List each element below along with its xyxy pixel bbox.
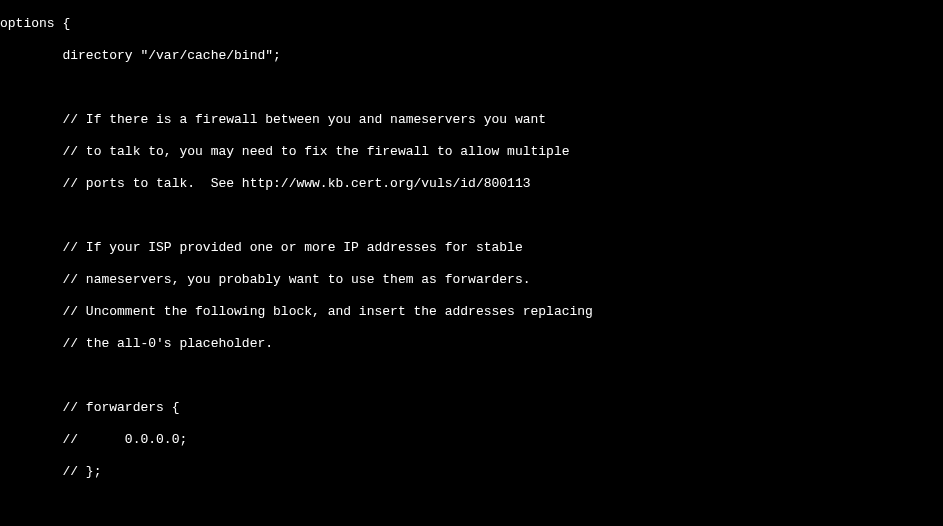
line-text: directory "/var/cache/bind"; — [62, 48, 280, 63]
comment-line: // }; — [0, 464, 943, 480]
blank-line — [0, 496, 943, 512]
comment-line: // forwarders { — [0, 400, 943, 416]
config-line: options { — [0, 16, 943, 32]
line-text: options { — [0, 16, 70, 31]
line-text: // forwarders { — [62, 400, 179, 415]
blank-line — [0, 208, 943, 224]
line-text: // If there is a firewall between you an… — [62, 112, 546, 127]
line-text: // nameservers, you probably want to use… — [62, 272, 530, 287]
comment-line: // nameservers, you probably want to use… — [0, 272, 943, 288]
blank-line — [0, 368, 943, 384]
line-text: // the all-0's placeholder. — [62, 336, 273, 351]
line-text: // }; — [62, 464, 101, 479]
line-text: // 0.0.0.0; — [62, 432, 187, 447]
line-text: // Uncomment the following block, and in… — [62, 304, 593, 319]
terminal-editor[interactable]: options { directory "/var/cache/bind"; /… — [0, 0, 943, 526]
blank-line — [0, 80, 943, 96]
comment-line: // to talk to, you may need to fix the f… — [0, 144, 943, 160]
line-text: // ports to talk. See http://www.kb.cert… — [62, 176, 530, 191]
line-text: // to talk to, you may need to fix the f… — [62, 144, 569, 159]
comment-line: // ports to talk. See http://www.kb.cert… — [0, 176, 943, 192]
comment-line: // If your ISP provided one or more IP a… — [0, 240, 943, 256]
comment-line: // If there is a firewall between you an… — [0, 112, 943, 128]
comment-line: // 0.0.0.0; — [0, 432, 943, 448]
comment-line: // the all-0's placeholder. — [0, 336, 943, 352]
config-line: directory "/var/cache/bind"; — [0, 48, 943, 64]
comment-line: // Uncomment the following block, and in… — [0, 304, 943, 320]
line-text: // If your ISP provided one or more IP a… — [62, 240, 522, 255]
